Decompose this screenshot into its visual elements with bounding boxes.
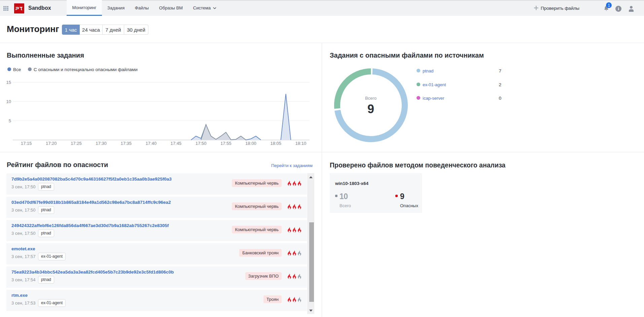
svg-text:17:25: 17:25 [71, 141, 82, 146]
svg-text:18:05: 18:05 [271, 141, 282, 146]
svg-text:17:55: 17:55 [220, 141, 231, 146]
svg-text:17:20: 17:20 [46, 141, 57, 146]
svg-text:17:45: 17:45 [171, 141, 182, 146]
svg-text:17:35: 17:35 [120, 141, 132, 146]
svg-text:17:40: 17:40 [146, 141, 157, 146]
svg-text:5: 5 [9, 118, 11, 123]
svg-text:17:50: 17:50 [195, 141, 207, 146]
svg-text:10: 10 [6, 99, 11, 104]
svg-text:15: 15 [6, 80, 11, 85]
svg-text:18:10: 18:10 [295, 141, 307, 146]
svg-text:17:15: 17:15 [21, 141, 32, 146]
svg-text:18:00: 18:00 [245, 141, 256, 146]
svg-text:17:30: 17:30 [96, 141, 107, 146]
